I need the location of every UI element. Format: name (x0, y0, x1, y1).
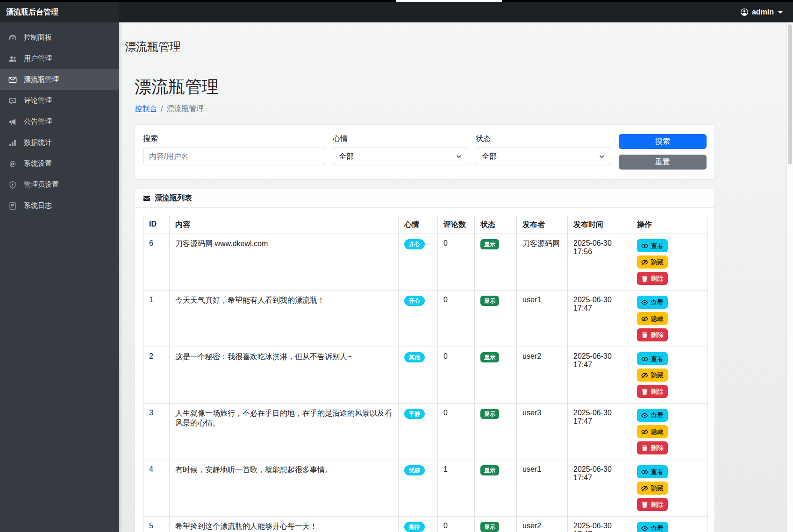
view-button[interactable]: 查看 (637, 465, 668, 478)
user-name: admin (752, 8, 774, 16)
user-menu[interactable]: admin (740, 8, 793, 16)
top-strip (0, 0, 793, 2)
speedometer-icon (8, 34, 17, 42)
sidebar-item-label: 数据统计 (24, 138, 52, 147)
top-navbar: 漂流瓶后台管理 admin (0, 2, 793, 22)
page-header: 漂流瓶管理 (119, 22, 793, 66)
cell-id: 6 (143, 234, 170, 291)
delete-button[interactable]: 删除 (637, 441, 668, 454)
table-row: 4 有时候，安静地听一首歌，就能想起很多事情。 忧郁 1 显示 user1 20… (143, 460, 708, 517)
person-circle-icon (740, 8, 749, 16)
sidebar-item-announcements[interactable]: 公告管理 (0, 111, 119, 132)
chat-dots-icon (8, 97, 17, 105)
cell-actions: 查看 隐藏 删除 (631, 404, 708, 460)
eye-slash-icon (641, 428, 648, 435)
cell-comments: 0 (438, 234, 475, 291)
eye-slash-icon (641, 372, 648, 379)
cell-id: 1 (143, 291, 170, 347)
cell-id: 5 (143, 517, 170, 532)
sidebar-item-dashboard[interactable]: 控制面板 (0, 27, 119, 48)
sidebar-item-label: 系统设置 (24, 159, 52, 168)
col-status: 状态 (475, 216, 517, 234)
cell-status: 显示 (475, 347, 517, 404)
sidebar-item-logs[interactable]: 系统日志 (0, 195, 119, 216)
cell-actions: 查看 隐藏 删除 (631, 460, 708, 517)
trash-icon (641, 332, 648, 339)
delete-button[interactable]: 删除 (637, 272, 668, 285)
table-row: 5 希望捡到这个漂流瓶的人能够开心每一天！ 期待 0 显示 user2 2025… (143, 517, 708, 532)
col-publisher: 发布者 (517, 216, 568, 234)
view-button[interactable]: 查看 (637, 409, 668, 422)
eye-slash-icon (641, 259, 648, 266)
sidebar-item-label: 系统日志 (24, 201, 52, 210)
sidebar-item-label: 用户管理 (24, 54, 52, 63)
hide-button[interactable]: 隐藏 (637, 369, 668, 382)
filter-card: 搜索 心情 全部 状态 (135, 124, 715, 179)
sidebar-item-label: 公告管理 (24, 117, 52, 126)
cell-comments: 0 (438, 517, 475, 532)
mood-select-value: 全部 (339, 152, 354, 162)
sidebar-item-users[interactable]: 用户管理 (0, 48, 119, 69)
eye-icon (641, 299, 648, 306)
page-title: 漂流瓶管理 (135, 76, 793, 99)
cell-id: 4 (143, 460, 170, 517)
view-button[interactable]: 查看 (637, 239, 668, 252)
breadcrumb-link-console[interactable]: 控制台 (135, 104, 157, 114)
delete-button[interactable]: 删除 (637, 328, 668, 341)
cell-mood: 忧郁 (399, 460, 438, 517)
mood-field-group: 心情 全部 (333, 134, 468, 170)
journal-icon (8, 202, 17, 210)
reset-button[interactable]: 重置 (619, 155, 707, 170)
mood-badge: 期待 (404, 522, 425, 532)
sidebar-item-label: 管理员设置 (24, 180, 59, 189)
mood-label: 心情 (333, 134, 468, 144)
sidebar-item-comments[interactable]: 评论管理 (0, 90, 119, 111)
status-field-group: 状态 全部 (476, 134, 611, 170)
hide-button[interactable]: 隐藏 (637, 425, 668, 438)
sidebar-item-label: 评论管理 (24, 96, 52, 105)
cell-content: 希望捡到这个漂流瓶的人能够开心每一天！ (170, 517, 399, 532)
search-input[interactable] (143, 148, 325, 165)
hide-button[interactable]: 隐藏 (637, 255, 668, 269)
cell-time: 2025-06-30 17:47 (568, 347, 631, 404)
shield-icon (8, 181, 17, 189)
delete-button[interactable]: 删除 (637, 385, 668, 398)
cell-comments: 0 (438, 291, 475, 347)
sidebar-item-settings[interactable]: 系统设置 (0, 153, 119, 174)
col-time: 发布时间 (568, 216, 631, 234)
page-scrollbar[interactable] (786, 22, 793, 532)
sidebar-item-bottles[interactable]: 漂流瓶管理 (0, 69, 119, 90)
cell-comments: 1 (438, 460, 475, 517)
view-button[interactable]: 查看 (637, 522, 668, 532)
top-strip-highlight (396, 0, 502, 2)
sidebar-item-statistics[interactable]: 数据统计 (0, 132, 119, 153)
status-badge: 显示 (480, 296, 499, 306)
breadcrumb-separator: / (161, 105, 163, 113)
hide-button[interactable]: 隐藏 (637, 312, 668, 325)
search-label: 搜索 (143, 134, 325, 144)
sidebar-item-admin-settings[interactable]: 管理员设置 (0, 174, 119, 195)
cell-publisher: 刀客源码网 (517, 234, 568, 291)
mood-select[interactable]: 全部 (333, 148, 468, 165)
eye-icon (641, 242, 648, 249)
brand[interactable]: 漂流瓶后台管理 (0, 2, 119, 22)
megaphone-icon (8, 118, 17, 126)
envelope-icon (8, 76, 17, 84)
scrollbar-thumb[interactable] (788, 24, 792, 164)
col-content: 内容 (170, 216, 399, 234)
status-select[interactable]: 全部 (476, 148, 611, 165)
view-button[interactable]: 查看 (637, 352, 668, 365)
page-header-title: 漂流瓶管理 (125, 39, 181, 54)
table-row: 2 这是一个秘密：我很喜欢吃冰淇淋，但从不告诉别人~ 其他 0 显示 user2… (143, 347, 708, 404)
cell-time: 2025-06-30 17:47 (568, 291, 631, 347)
cell-actions: 查看 隐藏 删除 (631, 517, 708, 532)
cell-status: 显示 (475, 517, 517, 532)
mood-badge: 开心 (404, 239, 425, 249)
delete-button[interactable]: 删除 (637, 498, 668, 511)
cell-status: 显示 (475, 404, 517, 460)
view-button[interactable]: 查看 (637, 296, 668, 309)
search-button[interactable]: 搜索 (619, 134, 707, 149)
hide-button[interactable]: 隐藏 (637, 482, 668, 495)
cell-publisher: user1 (517, 460, 568, 517)
status-badge: 显示 (480, 239, 499, 249)
